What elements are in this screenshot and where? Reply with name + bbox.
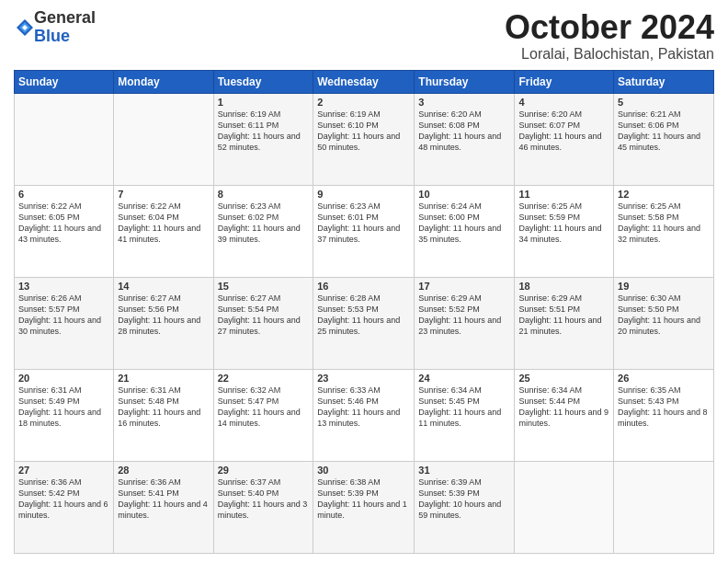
location-subtitle: Loralai, Balochistan, Pakistan [505, 46, 714, 63]
calendar-week-row: 13Sunrise: 6:26 AM Sunset: 5:57 PM Dayli… [15, 277, 714, 369]
calendar-cell [15, 93, 114, 185]
day-info: Sunrise: 6:22 AM Sunset: 6:04 PM Dayligh… [118, 201, 209, 246]
calendar-cell: 10Sunrise: 6:24 AM Sunset: 6:00 PM Dayli… [415, 185, 515, 277]
day-info: Sunrise: 6:25 AM Sunset: 5:58 PM Dayligh… [618, 201, 710, 246]
day-info: Sunrise: 6:23 AM Sunset: 6:01 PM Dayligh… [317, 201, 410, 246]
calendar-cell: 2Sunrise: 6:19 AM Sunset: 6:10 PM Daylig… [313, 93, 415, 185]
day-number: 22 [218, 373, 310, 384]
day-number: 28 [118, 465, 209, 476]
calendar-cell: 22Sunrise: 6:32 AM Sunset: 5:47 PM Dayli… [213, 369, 313, 461]
day-info: Sunrise: 6:31 AM Sunset: 5:49 PM Dayligh… [18, 385, 109, 430]
calendar-week-row: 1Sunrise: 6:19 AM Sunset: 6:11 PM Daylig… [15, 93, 714, 185]
day-number: 4 [518, 97, 609, 108]
day-of-week-header: Sunday [15, 70, 114, 93]
calendar-table: SundayMondayTuesdayWednesdayThursdayFrid… [14, 70, 714, 554]
calendar-cell: 17Sunrise: 6:29 AM Sunset: 5:52 PM Dayli… [415, 277, 515, 369]
day-number: 16 [317, 281, 410, 292]
day-info: Sunrise: 6:34 AM Sunset: 5:44 PM Dayligh… [518, 385, 609, 430]
day-info: Sunrise: 6:21 AM Sunset: 6:06 PM Dayligh… [618, 109, 710, 154]
day-info: Sunrise: 6:22 AM Sunset: 6:05 PM Dayligh… [18, 201, 109, 246]
calendar-cell: 30Sunrise: 6:38 AM Sunset: 5:39 PM Dayli… [313, 461, 415, 553]
month-title: October 2024 [505, 9, 714, 46]
day-number: 2 [317, 97, 410, 108]
day-of-week-header: Tuesday [213, 70, 313, 93]
calendar-cell [515, 461, 614, 553]
day-info: Sunrise: 6:26 AM Sunset: 5:57 PM Dayligh… [18, 293, 109, 338]
calendar-cell: 8Sunrise: 6:23 AM Sunset: 6:02 PM Daylig… [213, 185, 313, 277]
day-info: Sunrise: 6:37 AM Sunset: 5:40 PM Dayligh… [218, 477, 310, 522]
day-number: 26 [618, 373, 710, 384]
day-number: 7 [118, 189, 209, 200]
day-of-week-header: Thursday [415, 70, 515, 93]
calendar-cell: 14Sunrise: 6:27 AM Sunset: 5:56 PM Dayli… [114, 277, 213, 369]
calendar-cell: 6Sunrise: 6:22 AM Sunset: 6:05 PM Daylig… [15, 185, 114, 277]
calendar-week-row: 6Sunrise: 6:22 AM Sunset: 6:05 PM Daylig… [15, 185, 714, 277]
title-block: October 2024 Loralai, Balochistan, Pakis… [505, 9, 714, 63]
day-number: 14 [118, 281, 209, 292]
day-number: 6 [18, 189, 109, 200]
calendar-week-row: 20Sunrise: 6:31 AM Sunset: 5:49 PM Dayli… [15, 369, 714, 461]
calendar-cell [614, 461, 714, 553]
calendar-cell: 29Sunrise: 6:37 AM Sunset: 5:40 PM Dayli… [213, 461, 313, 553]
logo: General Blue [14, 9, 96, 46]
calendar-cell: 7Sunrise: 6:22 AM Sunset: 6:04 PM Daylig… [114, 185, 213, 277]
day-info: Sunrise: 6:23 AM Sunset: 6:02 PM Dayligh… [218, 201, 310, 246]
day-info: Sunrise: 6:32 AM Sunset: 5:47 PM Dayligh… [218, 385, 310, 430]
day-of-week-header: Friday [515, 70, 614, 93]
day-info: Sunrise: 6:19 AM Sunset: 6:10 PM Dayligh… [317, 109, 410, 154]
day-number: 24 [418, 373, 510, 384]
calendar-cell: 24Sunrise: 6:34 AM Sunset: 5:45 PM Dayli… [415, 369, 515, 461]
day-info: Sunrise: 6:35 AM Sunset: 5:43 PM Dayligh… [618, 385, 710, 430]
calendar-cell: 3Sunrise: 6:20 AM Sunset: 6:08 PM Daylig… [415, 93, 515, 185]
day-number: 5 [618, 97, 710, 108]
day-info: Sunrise: 6:27 AM Sunset: 5:54 PM Dayligh… [218, 293, 310, 338]
calendar-cell: 23Sunrise: 6:33 AM Sunset: 5:46 PM Dayli… [313, 369, 415, 461]
day-number: 18 [518, 281, 609, 292]
day-number: 15 [218, 281, 310, 292]
day-number: 31 [418, 465, 510, 476]
day-number: 17 [418, 281, 510, 292]
calendar-cell: 25Sunrise: 6:34 AM Sunset: 5:44 PM Dayli… [515, 369, 614, 461]
day-info: Sunrise: 6:38 AM Sunset: 5:39 PM Dayligh… [317, 477, 410, 522]
day-info: Sunrise: 6:30 AM Sunset: 5:50 PM Dayligh… [618, 293, 710, 338]
day-info: Sunrise: 6:34 AM Sunset: 5:45 PM Dayligh… [418, 385, 510, 430]
calendar-cell: 21Sunrise: 6:31 AM Sunset: 5:48 PM Dayli… [114, 369, 213, 461]
day-number: 13 [18, 281, 109, 292]
day-of-week-header: Saturday [614, 70, 714, 93]
calendar-cell: 16Sunrise: 6:28 AM Sunset: 5:53 PM Dayli… [313, 277, 415, 369]
day-info: Sunrise: 6:36 AM Sunset: 5:41 PM Dayligh… [118, 477, 209, 522]
calendar-body: 1Sunrise: 6:19 AM Sunset: 6:11 PM Daylig… [15, 93, 714, 553]
day-info: Sunrise: 6:27 AM Sunset: 5:56 PM Dayligh… [118, 293, 209, 338]
day-info: Sunrise: 6:19 AM Sunset: 6:11 PM Dayligh… [218, 109, 310, 154]
calendar-header: SundayMondayTuesdayWednesdayThursdayFrid… [15, 70, 714, 93]
calendar-cell: 26Sunrise: 6:35 AM Sunset: 5:43 PM Dayli… [614, 369, 714, 461]
day-number: 27 [18, 465, 109, 476]
day-info: Sunrise: 6:31 AM Sunset: 5:48 PM Dayligh… [118, 385, 209, 430]
day-info: Sunrise: 6:33 AM Sunset: 5:46 PM Dayligh… [317, 385, 410, 430]
day-info: Sunrise: 6:24 AM Sunset: 6:00 PM Dayligh… [418, 201, 510, 246]
day-number: 9 [317, 189, 410, 200]
day-number: 23 [317, 373, 410, 384]
calendar-cell: 12Sunrise: 6:25 AM Sunset: 5:58 PM Dayli… [614, 185, 714, 277]
header: General Blue October 2024 Loralai, Baloc… [14, 9, 714, 63]
day-of-week-header: Monday [114, 70, 213, 93]
day-number: 30 [317, 465, 410, 476]
day-info: Sunrise: 6:20 AM Sunset: 6:08 PM Dayligh… [418, 109, 510, 154]
day-info: Sunrise: 6:20 AM Sunset: 6:07 PM Dayligh… [518, 109, 609, 154]
day-info: Sunrise: 6:29 AM Sunset: 5:51 PM Dayligh… [518, 293, 609, 338]
day-number: 29 [218, 465, 310, 476]
logo-text: General Blue [34, 9, 96, 46]
day-info: Sunrise: 6:39 AM Sunset: 5:39 PM Dayligh… [418, 477, 510, 522]
calendar-cell: 4Sunrise: 6:20 AM Sunset: 6:07 PM Daylig… [515, 93, 614, 185]
day-info: Sunrise: 6:25 AM Sunset: 5:59 PM Dayligh… [518, 201, 609, 246]
calendar-cell: 18Sunrise: 6:29 AM Sunset: 5:51 PM Dayli… [515, 277, 614, 369]
day-info: Sunrise: 6:36 AM Sunset: 5:42 PM Dayligh… [18, 477, 109, 522]
calendar-cell: 5Sunrise: 6:21 AM Sunset: 6:06 PM Daylig… [614, 93, 714, 185]
day-number: 11 [518, 189, 609, 200]
calendar-cell: 31Sunrise: 6:39 AM Sunset: 5:39 PM Dayli… [415, 461, 515, 553]
day-number: 3 [418, 97, 510, 108]
day-number: 8 [218, 189, 310, 200]
calendar-week-row: 27Sunrise: 6:36 AM Sunset: 5:42 PM Dayli… [15, 461, 714, 553]
logo-blue: Blue [34, 28, 96, 46]
logo-icon [16, 18, 34, 37]
